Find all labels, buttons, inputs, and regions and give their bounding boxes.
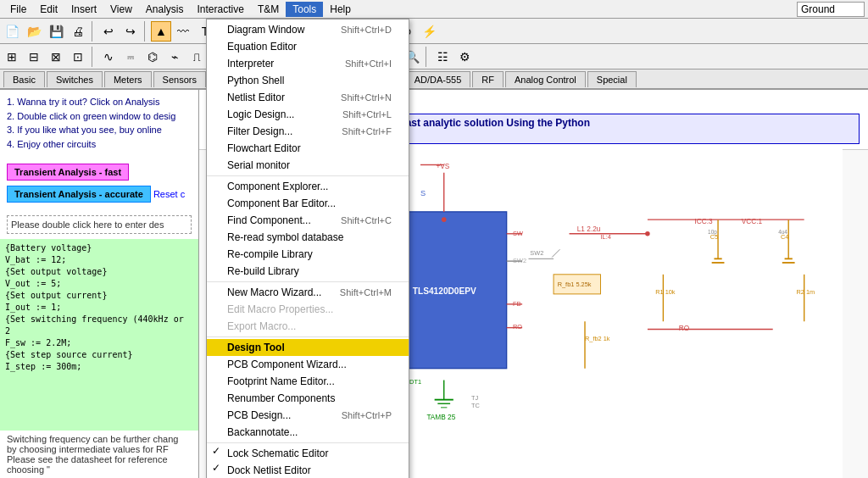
menu-interpreter[interactable]: Interpreter Shift+Ctrl+I bbox=[207, 55, 409, 72]
undo-button[interactable]: ↩ bbox=[98, 21, 119, 42]
menu-serial-monitor[interactable]: Serial monitor bbox=[207, 157, 409, 174]
print-button[interactable]: 🖨 bbox=[68, 21, 88, 42]
tab-basic[interactable]: Basic bbox=[3, 71, 45, 87]
menu-edit-macro: Edit Macro Properties... bbox=[207, 301, 409, 318]
wire-tool[interactable]: 〰 bbox=[173, 21, 193, 42]
code-line-3: V_out := 5; bbox=[5, 278, 193, 290]
reset-link[interactable]: Reset c bbox=[153, 189, 185, 199]
code-line-1: V_bat := 12; bbox=[5, 254, 193, 266]
svg-point-74 bbox=[442, 217, 447, 222]
tb2-btn2[interactable]: ⊟ bbox=[24, 47, 44, 67]
menu-netlist-editor[interactable]: Netlist Editor Shift+Ctrl+N bbox=[207, 89, 409, 106]
tb2-btn7[interactable]: ⌬ bbox=[142, 47, 163, 67]
tab-switches[interactable]: Switches bbox=[47, 71, 103, 87]
tb2-btn8[interactable]: ⌁ bbox=[164, 47, 185, 67]
menu-find-component[interactable]: Find Component... Shift+Ctrl+C bbox=[207, 212, 409, 229]
tb2-btn9[interactable]: ⎍ bbox=[186, 47, 207, 67]
tb2-btn20[interactable]: ⚙ bbox=[454, 47, 475, 67]
menu-rebuild-library[interactable]: Re-build Library bbox=[207, 263, 409, 280]
new-button[interactable]: 📄 bbox=[2, 21, 22, 42]
menu-help[interactable]: Help bbox=[323, 2, 358, 17]
tb2-btn6[interactable]: ⎓ bbox=[120, 47, 141, 67]
enter-text[interactable]: Please double click here to enter des bbox=[7, 215, 192, 234]
transient-fast-button[interactable]: Transient Analysis - fast bbox=[7, 164, 129, 181]
menu-edit[interactable]: Edit bbox=[33, 2, 64, 17]
tab-special[interactable]: Special bbox=[587, 71, 637, 87]
tab-adda[interactable]: AD/DA-555 bbox=[405, 71, 471, 87]
check-lock-schematic: ✓ bbox=[212, 445, 220, 457]
menu-equation-editor[interactable]: Equation Editor bbox=[207, 38, 409, 55]
svg-text:TC: TC bbox=[471, 402, 481, 409]
menu-component-explorer[interactable]: Component Explorer... bbox=[207, 178, 409, 195]
menu-recompile-library[interactable]: Re-compile Library bbox=[207, 246, 409, 263]
tips-section: 1. Wanna try it out? Click on Analysis 2… bbox=[0, 90, 198, 156]
probe-button[interactable]: ⚡ bbox=[419, 21, 439, 42]
menu-pcb-component-wizard[interactable]: PCB Component Wizard... bbox=[207, 356, 409, 373]
svg-text:L1 2.2u: L1 2.2u bbox=[577, 225, 601, 233]
main-content: 1. Wanna try it out? Click on Analysis 2… bbox=[0, 90, 868, 478]
code-line-9: I_step := 300m; bbox=[5, 361, 193, 373]
svg-text:10p: 10p bbox=[708, 229, 717, 236]
svg-text:VCC:1: VCC:1 bbox=[742, 217, 763, 225]
tb2-btn1[interactable]: ⊞ bbox=[2, 47, 22, 67]
menu-view[interactable]: View bbox=[103, 2, 139, 17]
menu-section-4: Design Tool PCB Component Wizard... Foot… bbox=[207, 337, 409, 443]
menu-logic-design[interactable]: Logic Design... Shift+Ctrl+L bbox=[207, 106, 409, 123]
menu-component-bar-editor[interactable]: Component Bar Editor... bbox=[207, 195, 409, 212]
check-dock-netlist: ✓ bbox=[212, 462, 220, 474]
menu-tools[interactable]: Tools bbox=[286, 2, 323, 17]
menu-new-macro-wizard[interactable]: New Macro Wizard... Shift+Ctrl+M bbox=[207, 284, 409, 301]
menu-dock-netlist[interactable]: Dock Netlist Editor bbox=[207, 462, 409, 478]
tools-dropdown-menu[interactable]: Diagram Window Shift+Ctrl+D Equation Edi… bbox=[206, 19, 409, 478]
toolbar-2: ⊞ ⊟ ⊠ ⊡ ∿ ⎓ ⌬ ⌁ ⎍ ⊕ ⊗ ⊘ ⊙ ⊚ ▶ ⬛ ⏸ 🔍 ☷ ⚙ bbox=[0, 44, 868, 69]
transient-accurate-button[interactable]: Transient Analysis - accurate bbox=[7, 186, 151, 203]
code-line-5: I_out := 1; bbox=[5, 302, 193, 314]
redo-button[interactable]: ↪ bbox=[120, 21, 141, 42]
svg-text:ICC:3: ICC:3 bbox=[694, 217, 713, 225]
menu-filter-design[interactable]: Filter Design... Shift+Ctrl+F bbox=[207, 123, 409, 140]
tb2-btn4[interactable]: ⊡ bbox=[68, 47, 88, 67]
tb2-btn5[interactable]: ∿ bbox=[98, 47, 119, 67]
tb2-btn19[interactable]: ☷ bbox=[432, 47, 453, 67]
menu-reread-symbol[interactable]: Re-read symbol database bbox=[207, 229, 409, 246]
tab-analog[interactable]: Analog Control bbox=[505, 71, 586, 87]
bottom-line-1: Switching frequency can be further chang bbox=[7, 434, 192, 444]
menu-section-3: New Macro Wizard... Shift+Ctrl+M Edit Ma… bbox=[207, 282, 409, 337]
svg-text:TAMB 25: TAMB 25 bbox=[426, 413, 455, 421]
tab-sensors[interactable]: Sensors bbox=[153, 71, 206, 87]
tip-4: 4. Enjoy other circuits bbox=[7, 137, 192, 152]
menu-flowchart-editor[interactable]: Flowchart Editor bbox=[207, 140, 409, 157]
separator6 bbox=[92, 47, 95, 67]
code-line-7: F_sw := 2.2M; bbox=[5, 337, 193, 349]
tab-rf[interactable]: RF bbox=[472, 71, 504, 87]
menu-diagram-window[interactable]: Diagram Window Shift+Ctrl+D bbox=[207, 21, 409, 38]
code-line-0: {Battery voltage} bbox=[5, 242, 193, 254]
tip-2: 2. Double click on green window to desig bbox=[7, 109, 192, 124]
menu-lock-schematic[interactable]: Lock Schematic Editor bbox=[207, 445, 409, 462]
tip-3: 3. If you like what you see, buy online bbox=[7, 123, 192, 137]
menu-footprint-name-editor[interactable]: Footprint Name Editor... bbox=[207, 373, 409, 390]
svg-text:RO: RO bbox=[679, 324, 690, 332]
tab-meters[interactable]: Meters bbox=[104, 71, 152, 87]
menu-design-tool[interactable]: Design Tool bbox=[207, 339, 409, 356]
tb2-btn3[interactable]: ⊠ bbox=[46, 47, 66, 67]
menu-analysis[interactable]: Analysis bbox=[139, 2, 191, 17]
save-button[interactable]: 💾 bbox=[46, 21, 66, 42]
code-line-6: {Set switching frequency (440kHz or 2 bbox=[5, 314, 193, 337]
menu-tm[interactable]: T&M bbox=[251, 2, 286, 17]
svg-text:R1 10k: R1 10k bbox=[655, 288, 676, 296]
menu-python-shell[interactable]: Python Shell bbox=[207, 72, 409, 89]
menu-renumber-components[interactable]: Renumber Components bbox=[207, 390, 409, 407]
menu-pcb-design[interactable]: PCB Design... Shift+Ctrl+P bbox=[207, 407, 409, 424]
menu-file[interactable]: File bbox=[3, 2, 33, 17]
svg-text:+VS: +VS bbox=[436, 162, 449, 170]
cursor-tool[interactable]: ▲ bbox=[151, 21, 171, 42]
open-button[interactable]: 📂 bbox=[24, 21, 44, 42]
menu-interactive[interactable]: Interactive bbox=[191, 2, 251, 17]
menu-section-5: ✓ Lock Schematic Editor ✓ Dock Netlist E… bbox=[207, 443, 409, 478]
menu-backannotate[interactable]: Backannotate... bbox=[207, 424, 409, 441]
menu-insert[interactable]: Insert bbox=[64, 2, 103, 17]
code-area[interactable]: {Battery voltage} V_bat := 12; {Set outp… bbox=[0, 239, 198, 431]
toolbar-1: 📄 📂 💾 🖨 ↩ ↪ ▲ 〰 T 🔍 ▶ ⬛ ⏸ + − ⊞ ⊕ ⚡ bbox=[0, 19, 868, 44]
analysis-buttons: Transient Analysis - fast Transient Anal… bbox=[0, 156, 198, 210]
